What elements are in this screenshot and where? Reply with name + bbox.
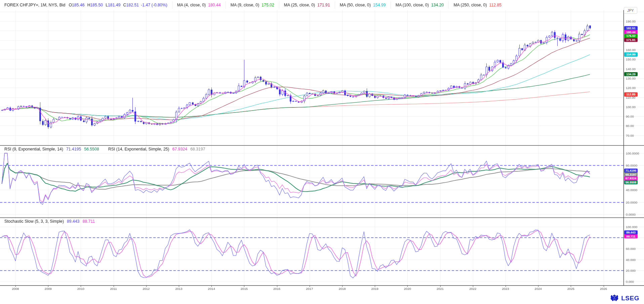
ma-label: MA (250, close, 0) bbox=[453, 3, 487, 7]
y-axis-tick-label: 100.000 bbox=[626, 225, 637, 228]
price-badge: 154.99 bbox=[624, 52, 638, 57]
ma-label: MA (25, close, 0) bbox=[284, 3, 315, 7]
indicator-label: RSI (9, Exponential, Simple, 14) bbox=[4, 147, 63, 151]
x-axis-year-label: 2022 bbox=[469, 287, 476, 291]
ma-value: 175.02 bbox=[261, 3, 274, 7]
ma-legend-entry[interactable]: MA (250, close, 0)112.85 bbox=[448, 1, 501, 9]
chart-window: FOREX CHFJPY=, 1M, NYS, Bid O185.46H185.… bbox=[0, 0, 644, 304]
indicator-label: Stochastic Slow (5, 3, 3, Simple) bbox=[4, 219, 64, 224]
y-axis-tick-label: 20.0000 bbox=[626, 200, 637, 204]
x-axis-year-label: 2018 bbox=[338, 287, 346, 291]
x-axis-year-label: 2013 bbox=[175, 287, 182, 291]
ma-label: MA (50, close, 0) bbox=[340, 3, 371, 7]
y-axis-tick-label: 120.00 bbox=[626, 86, 636, 90]
ohlc-prefix: C bbox=[123, 3, 126, 7]
ma-label: MA (100, close, 0) bbox=[396, 3, 429, 7]
x-axis-year-label: 2008 bbox=[12, 287, 19, 291]
y-axis-tick-label: 80.00 bbox=[626, 124, 634, 128]
y-axis-tick-label: 90.00 bbox=[626, 115, 634, 118]
ohlc-prefix: O bbox=[69, 3, 72, 7]
y-axis-tick-label: 20.000 bbox=[626, 269, 636, 272]
price-badge: 134.20 bbox=[624, 72, 638, 77]
ohlc-value: 185.50 bbox=[90, 3, 103, 7]
currency-badge[interactable]: JPY bbox=[624, 7, 637, 14]
indicator-value: 71.4195 bbox=[66, 147, 81, 151]
indicator-value: 67.9324 bbox=[172, 147, 187, 151]
y-axis-tick-label: 0.0000 bbox=[626, 213, 636, 216]
ohlc-value: 185.46 bbox=[72, 3, 85, 7]
y-axis-tick-label: 40.000 bbox=[626, 258, 636, 261]
change-value: -1.47 (-0.80%) bbox=[141, 3, 167, 7]
x-axis-year-label: 2021 bbox=[437, 287, 444, 291]
lseg-logo: LSEG bbox=[610, 294, 639, 302]
ohlc-prefix: H bbox=[87, 3, 90, 7]
ma-legend-entry[interactable]: MA (4, close, 0)180.44 bbox=[172, 1, 221, 9]
indicator-value: 88.711 bbox=[83, 219, 95, 224]
ma-legend-entry[interactable]: MA (100, close, 0)134.20 bbox=[391, 1, 444, 9]
x-axis-year-label: 2023 bbox=[502, 287, 509, 291]
ma-value: 171.91 bbox=[317, 3, 330, 7]
lseg-crest-icon bbox=[610, 294, 619, 302]
x-axis-year-label: 2025 bbox=[567, 287, 574, 291]
ohlc-group: O185.46H185.50L181.49C182.51 bbox=[69, 3, 139, 7]
x-axis-year-label: 2009 bbox=[45, 287, 52, 291]
ohlc-value: 182.51 bbox=[126, 3, 139, 7]
ohlc-prefix: L bbox=[106, 3, 108, 7]
rsi-legend[interactable]: RSI (9, Exponential, Simple, 14)71.41955… bbox=[4, 147, 205, 151]
price-badge: 171.91 bbox=[624, 38, 638, 42]
x-axis-year-label: 2012 bbox=[143, 287, 150, 291]
y-axis-tick-label: 70.00 bbox=[626, 133, 634, 137]
indicator-label: RSI (14, Exponential, Simple, 25) bbox=[108, 147, 169, 151]
y-axis-tick-label: 40.0000 bbox=[626, 188, 637, 192]
ma-value: 154.99 bbox=[373, 3, 386, 7]
y-axis-tick-label: 100.0000 bbox=[626, 151, 639, 155]
price-badge: 56.5508 bbox=[624, 180, 638, 184]
x-axis-year-label: 2020 bbox=[404, 287, 411, 291]
y-axis-tick-label: 130.00 bbox=[626, 76, 636, 80]
y-axis-tick-label: 0.000 bbox=[626, 280, 634, 284]
indicator-value: 56.5508 bbox=[84, 147, 99, 151]
x-axis-year-label: 2014 bbox=[208, 287, 215, 291]
ma-legend-entry[interactable]: MA (50, close, 0)154.99 bbox=[335, 1, 386, 9]
y-axis-tick-label: 150.00 bbox=[626, 57, 636, 61]
y-axis-tick-label: 140.00 bbox=[626, 67, 636, 71]
price-chart-canvas[interactable] bbox=[0, 0, 644, 304]
x-axis-year-label: 2015 bbox=[241, 287, 248, 291]
y-axis-tick-label: 100.00 bbox=[626, 105, 636, 108]
x-axis-year-label: 2016 bbox=[273, 287, 280, 291]
y-axis-tick-label: 60.000 bbox=[626, 247, 636, 251]
ma-legend-entry[interactable]: MA (25, close, 0)171.91 bbox=[279, 1, 330, 9]
ma-label: MA (4, close, 0) bbox=[177, 3, 206, 7]
price-badge: 88.711 bbox=[624, 234, 638, 238]
ohlc-item: O185.46 bbox=[69, 3, 84, 7]
ma-legend-group: MA (4, close, 0)180.44MA (9, close, 0)17… bbox=[167, 1, 501, 9]
x-axis-year-label: 2024 bbox=[535, 287, 542, 291]
x-axis-year-label: 2019 bbox=[371, 287, 378, 291]
instrument-title[interactable]: FOREX CHFJPY=, 1M, NYS, Bid bbox=[4, 3, 65, 7]
x-axis-year-label: 2026 bbox=[600, 287, 607, 291]
ohlc-value: 181.49 bbox=[108, 3, 121, 7]
stochastic-legend[interactable]: Stochastic Slow (5, 3, 3, Simple)89.4438… bbox=[4, 219, 95, 224]
price-badge: 112.85 bbox=[624, 92, 638, 97]
ma-value: 112.85 bbox=[489, 3, 501, 7]
chart-header: FOREX CHFJPY=, 1M, NYS, Bid O185.46H185.… bbox=[0, 0, 644, 10]
indicator-value: 68.3197 bbox=[190, 147, 205, 151]
ma-legend-entry[interactable]: MA (9, close, 0)175.02 bbox=[226, 1, 274, 9]
ohlc-item: C182.51 bbox=[123, 3, 139, 7]
x-axis-year-label: 2010 bbox=[77, 287, 84, 291]
ohlc-item: H185.50 bbox=[87, 3, 103, 7]
y-axis-tick-label: 190.00 bbox=[626, 19, 636, 23]
x-axis-year-label: 2017 bbox=[306, 287, 313, 291]
y-axis-tick-label: 160.00 bbox=[626, 48, 636, 51]
ma-label: MA (9, close, 0) bbox=[231, 3, 259, 7]
ma-value: 180.44 bbox=[208, 3, 221, 7]
indicator-value: 89.443 bbox=[67, 219, 80, 224]
y-axis-tick-label: 80.0000 bbox=[626, 164, 637, 167]
lseg-logo-text: LSEG bbox=[621, 295, 639, 302]
ma-value: 134.20 bbox=[431, 3, 444, 7]
x-axis-year-label: 2011 bbox=[110, 287, 117, 291]
ohlc-item: L181.49 bbox=[106, 3, 120, 7]
